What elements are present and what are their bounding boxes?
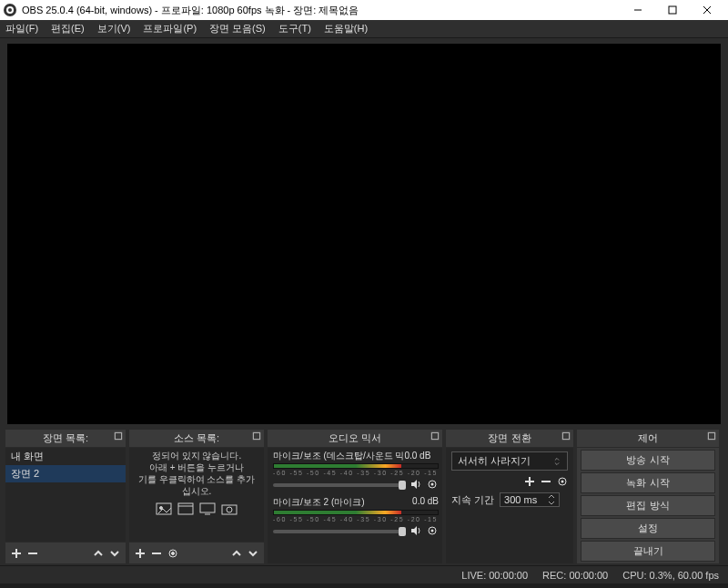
scene-item[interactable]: 장면 2	[5, 465, 126, 482]
start-streaming-button[interactable]: 방송 시작	[581, 450, 715, 471]
svg-point-1	[8, 8, 12, 12]
preview-area	[0, 38, 728, 428]
svg-point-23	[172, 552, 175, 554]
volume-slider[interactable]	[273, 530, 406, 533]
svg-point-12	[160, 507, 163, 510]
updown-icon	[552, 457, 561, 466]
transition-settings-icon[interactable]	[557, 476, 568, 489]
svg-marker-28	[411, 526, 417, 535]
mixer-dock-close-icon[interactable]	[430, 431, 440, 441]
mixer-dock: 오디오 믹서 마이크/보조 (데스크탑/사운드 믹0.0 dB -60 -55 …	[268, 430, 442, 563]
add-scene-icon[interactable]	[11, 548, 22, 559]
move-up-icon[interactable]	[231, 548, 242, 559]
duration-label: 지속 기간	[451, 493, 494, 507]
sources-dock: 소스 목록: 정되어 있지 않습니다. 아래 + 버튼을 누르거나 기를 우클릭…	[129, 430, 264, 563]
menu-tools[interactable]: 도구(T)	[278, 22, 311, 35]
move-up-icon[interactable]	[93, 548, 104, 559]
volume-slider[interactable]	[273, 483, 406, 487]
source-settings-icon[interactable]	[167, 548, 178, 559]
mixer-channel-label: 마이크/보조 (데스크탑/사운드 믹0.0 dB	[273, 450, 430, 462]
gear-icon[interactable]	[426, 524, 439, 539]
add-transition-icon[interactable]	[524, 476, 535, 489]
svg-rect-10	[253, 432, 259, 439]
menu-scene-collection[interactable]: 장면 모음(S)	[209, 22, 266, 35]
close-button[interactable]	[690, 0, 724, 20]
volume-meter	[273, 510, 439, 515]
scenes-dock-close-icon[interactable]	[113, 431, 124, 441]
sources-toolbar	[129, 542, 264, 563]
docks-row: 장면 목록: 내 화면 장면 2 소스 목록: 정되어 있지 않습니다. 아래 …	[0, 428, 728, 565]
volume-meter	[273, 463, 439, 469]
scene-item[interactable]: 내 화면	[5, 448, 126, 465]
controls-dock: 제어 방송 시작 녹화 시작 편집 방식 설정 끝내기	[577, 430, 719, 563]
mixer-db-value: 0.0 dB	[412, 496, 439, 509]
svg-point-27	[431, 483, 434, 486]
statusbar: LIVE: 00:00:00 REC: 00:00:00 CPU: 0.3%, …	[0, 565, 728, 583]
display-icon	[199, 501, 216, 517]
svg-rect-37	[708, 432, 714, 439]
app-icon	[4, 4, 16, 16]
gear-icon[interactable]	[426, 478, 439, 492]
status-live: LIVE: 00:00:00	[461, 570, 528, 581]
maximize-button[interactable]	[655, 0, 690, 20]
spin-icon	[548, 494, 555, 505]
svg-rect-24	[431, 432, 438, 439]
minimize-button[interactable]	[621, 0, 655, 20]
svg-rect-13	[178, 503, 193, 514]
move-down-icon[interactable]	[109, 548, 120, 559]
volume-scale: -60 -55 -50 -45 -40 -35 -30 -25 -20 -15 …	[273, 470, 439, 476]
transitions-dock: 장면 전환 서서히 사라지기 지속 기간 300 ms	[446, 430, 573, 563]
menu-help[interactable]: 도움말(H)	[324, 22, 368, 35]
status-rec: REC: 00:00:00	[542, 570, 608, 581]
remove-scene-icon[interactable]	[27, 548, 38, 559]
sources-dock-close-icon[interactable]	[251, 431, 262, 441]
status-cpu: CPU: 0.3%, 60.00 fps	[622, 570, 719, 581]
add-source-icon[interactable]	[135, 548, 146, 559]
svg-point-36	[561, 481, 564, 483]
studio-mode-button[interactable]: 편집 방식	[581, 495, 715, 516]
menu-file[interactable]: 파일(F)	[5, 22, 38, 35]
sources-hint-icons	[129, 501, 264, 517]
menu-profile[interactable]: 프로파일(P)	[143, 22, 197, 35]
sources-empty-text: 정되어 있지 않습니다. 아래 + 버튼을 누르거나 기를 우클릭하여 소스를 …	[129, 448, 264, 499]
scenes-toolbar	[5, 542, 126, 563]
camera-icon	[221, 501, 238, 517]
svg-rect-6	[115, 432, 121, 439]
menu-edit[interactable]: 편집(E)	[51, 22, 85, 35]
remove-source-icon[interactable]	[151, 548, 162, 559]
svg-marker-25	[411, 480, 417, 489]
window-title: OBS 25.0.4 (64-bit, windows) - 프로파일: 108…	[22, 4, 359, 17]
menu-view[interactable]: 보기(V)	[97, 22, 131, 35]
mixer-channel: 마이크/보조 2 (마이크)0.0 dB -60 -55 -50 -45 -40…	[268, 494, 442, 541]
transition-select[interactable]: 서서히 사라지기	[451, 451, 568, 471]
duration-input[interactable]: 300 ms	[500, 492, 560, 507]
mixer-channel: 마이크/보조 (데스크탑/사운드 믹0.0 dB -60 -55 -50 -45…	[268, 448, 442, 494]
controls-title: 제어	[577, 430, 719, 448]
transitions-title: 장면 전환	[446, 430, 573, 448]
scenes-dock: 장면 목록: 내 화면 장면 2	[5, 430, 126, 563]
remove-transition-icon[interactable]	[541, 476, 551, 489]
menubar: 파일(F) 편집(E) 보기(V) 프로파일(P) 장면 모음(S) 도구(T)…	[0, 20, 728, 38]
volume-scale: -60 -55 -50 -45 -40 -35 -30 -25 -20 -15 …	[273, 516, 439, 522]
svg-point-30	[431, 530, 434, 532]
mixer-channel-label: 마이크/보조 2 (마이크)	[273, 496, 365, 509]
move-down-icon[interactable]	[248, 548, 258, 559]
sources-title: 소스 목록:	[129, 430, 264, 448]
window-icon	[177, 501, 194, 517]
start-recording-button[interactable]: 녹화 시작	[581, 472, 715, 493]
scenes-title: 장면 목록:	[5, 430, 126, 448]
preview-canvas[interactable]	[7, 44, 721, 424]
transitions-dock-close-icon[interactable]	[561, 431, 571, 441]
image-icon	[156, 501, 172, 517]
svg-rect-31	[562, 432, 569, 439]
svg-rect-15	[200, 503, 215, 512]
speaker-icon[interactable]	[410, 478, 422, 492]
svg-point-18	[227, 507, 232, 512]
controls-dock-close-icon[interactable]	[706, 431, 717, 441]
svg-rect-3	[669, 6, 676, 14]
speaker-icon[interactable]	[410, 524, 422, 539]
mixer-title: 오디오 믹서	[268, 430, 442, 448]
settings-button[interactable]: 설정	[581, 518, 715, 539]
titlebar: OBS 25.0.4 (64-bit, windows) - 프로파일: 108…	[0, 0, 728, 20]
exit-button[interactable]: 끝내기	[581, 541, 715, 562]
